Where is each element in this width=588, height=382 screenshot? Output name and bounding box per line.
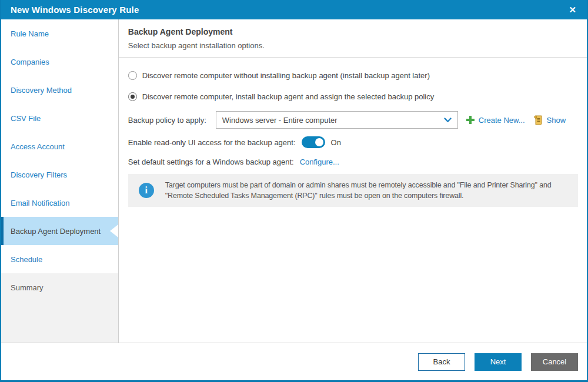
create-new-policy-link[interactable]: Create New... bbox=[466, 116, 525, 125]
toggle-knob bbox=[315, 138, 323, 146]
radio-button-unselected[interactable] bbox=[128, 71, 137, 80]
step-header: Backup Agent Deployment Select backup ag… bbox=[119, 19, 587, 58]
sidebar-item-label: Schedule bbox=[11, 255, 42, 264]
sidebar-item-discovery-filters[interactable]: Discovery Filters bbox=[1, 160, 118, 189]
sidebar-item-rule-name[interactable]: Rule Name bbox=[1, 19, 118, 48]
show-policy-link[interactable]: Show bbox=[533, 115, 566, 125]
chevron-down-icon bbox=[444, 118, 452, 123]
radio-button-selected[interactable] bbox=[128, 92, 137, 101]
info-text: Target computers must be part of domain … bbox=[165, 180, 569, 201]
backup-policy-row: Backup policy to apply: Windows server -… bbox=[128, 111, 578, 129]
sidebar-item-label: Rule Name bbox=[11, 29, 49, 38]
scroll-icon bbox=[533, 115, 543, 125]
configure-link[interactable]: Configure... bbox=[300, 158, 339, 166]
backup-policy-selected-value: Windows server - Entire computer bbox=[222, 116, 338, 125]
toggle-state-label: On bbox=[331, 138, 341, 147]
sidebar-item-label: Companies bbox=[11, 58, 49, 66]
close-icon[interactable]: ✕ bbox=[566, 4, 579, 15]
readonly-ui-access-toggle[interactable] bbox=[302, 136, 325, 148]
next-button[interactable]: Next bbox=[475, 353, 522, 371]
sidebar-item-summary[interactable]: Summary bbox=[1, 273, 118, 301]
sidebar-item-label: Backup Agent Deployment bbox=[11, 227, 101, 236]
radio-option-discover-only[interactable]: Discover remote computer without install… bbox=[128, 71, 578, 80]
sidebar-item-access-account[interactable]: Access Account bbox=[1, 132, 118, 160]
cancel-button[interactable]: Cancel bbox=[531, 353, 578, 371]
wizard-steps-sidebar: Rule Name Companies Discovery Method CSV… bbox=[1, 19, 119, 343]
backup-policy-select[interactable]: Windows server - Entire computer bbox=[216, 111, 458, 129]
readonly-ui-access-row: Enable read-only UI access for the backu… bbox=[128, 136, 578, 148]
dialog-title: New Windows Discovery Rule bbox=[11, 5, 139, 15]
sidebar-item-backup-agent-deployment[interactable]: Backup Agent Deployment bbox=[1, 217, 118, 245]
create-new-label: Create New... bbox=[479, 116, 525, 125]
info-banner: i Target computers must be part of domai… bbox=[128, 174, 578, 207]
default-settings-label: Set default settings for a Windows backu… bbox=[128, 158, 294, 166]
radio-label: Discover remote computer without install… bbox=[142, 71, 430, 80]
sidebar-item-label: Discovery Method bbox=[11, 86, 72, 95]
sidebar-item-label: Summary bbox=[11, 283, 44, 292]
page-title: Backup Agent Deployment bbox=[128, 27, 577, 36]
info-icon: i bbox=[139, 183, 154, 198]
sidebar-item-label: Access Account bbox=[11, 142, 65, 151]
radio-label: Discover remote computer, install backup… bbox=[142, 92, 434, 101]
sidebar-item-discovery-method[interactable]: Discovery Method bbox=[1, 76, 118, 104]
plus-icon bbox=[466, 116, 475, 124]
sidebar-item-companies[interactable]: Companies bbox=[1, 48, 118, 76]
dialog-footer: Back Next Cancel bbox=[1, 343, 587, 380]
default-settings-row: Set default settings for a Windows backu… bbox=[128, 158, 578, 166]
sidebar-item-email-notification[interactable]: Email Notification bbox=[1, 189, 118, 217]
backup-policy-label: Backup policy to apply: bbox=[128, 116, 206, 125]
sidebar-item-schedule[interactable]: Schedule bbox=[1, 245, 118, 273]
step-body: Discover remote computer without install… bbox=[119, 58, 587, 207]
radio-option-install-agent[interactable]: Discover remote computer, install backup… bbox=[128, 92, 578, 101]
dialog-window: New Windows Discovery Rule ✕ Rule Name C… bbox=[0, 0, 588, 382]
sidebar-item-label: Discovery Filters bbox=[11, 170, 67, 179]
sidebar-item-csv-file[interactable]: CSV File bbox=[1, 104, 118, 132]
sidebar-upcoming-section: Summary bbox=[1, 273, 118, 343]
dialog-body: Rule Name Companies Discovery Method CSV… bbox=[1, 19, 587, 343]
page-subtitle: Select backup agent installation options… bbox=[128, 41, 577, 50]
readonly-ui-access-label: Enable read-only UI access for the backu… bbox=[128, 138, 296, 147]
dialog-titlebar: New Windows Discovery Rule ✕ bbox=[1, 0, 587, 19]
back-button[interactable]: Back bbox=[418, 353, 465, 371]
step-content-panel: Backup Agent Deployment Select backup ag… bbox=[119, 19, 587, 343]
sidebar-item-label: Email Notification bbox=[11, 199, 69, 207]
show-label: Show bbox=[547, 116, 566, 125]
sidebar-item-label: CSV File bbox=[11, 114, 41, 123]
